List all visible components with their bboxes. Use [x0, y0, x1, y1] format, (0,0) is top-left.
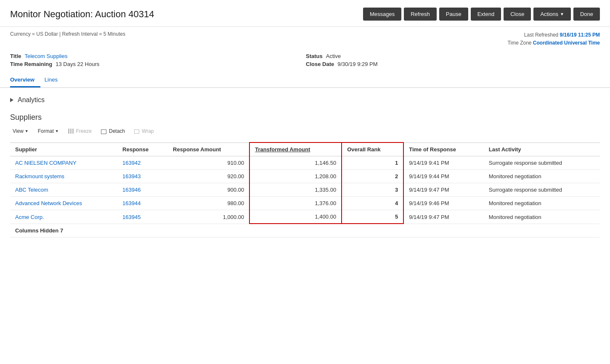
cell-transformed-amount: 1,146.50 — [249, 156, 342, 170]
response-link[interactable]: 163942 — [122, 160, 141, 166]
format-dropdown-icon: ▼ — [55, 129, 59, 133]
content: Analytics Suppliers View ▼ Format ▼ — [0, 88, 610, 244]
cell-time-of-response: 9/14/19 9:47 PM — [403, 183, 484, 197]
title-label: Title — [10, 53, 21, 59]
cell-supplier: Advanced Network Devices — [10, 197, 117, 210]
col-header-transformed-amount: Transformed Amount — [249, 142, 342, 156]
detach-button[interactable]: Detach — [98, 127, 127, 135]
format-button[interactable]: Format ▼ — [35, 127, 61, 135]
cell-time-of-response: 9/14/19 9:44 PM — [403, 170, 484, 183]
last-refreshed-label: Last Refreshed — [524, 32, 558, 38]
analytics-header[interactable]: Analytics — [10, 95, 600, 106]
cell-transformed-amount: 1,376.00 — [249, 197, 342, 210]
messages-button[interactable]: Messages — [363, 8, 401, 21]
pause-button[interactable]: Pause — [439, 8, 468, 21]
cell-supplier: Rackmount systems — [10, 170, 117, 183]
col-header-time-of-response: Time of Response — [403, 142, 484, 156]
wrap-icon — [134, 129, 139, 134]
timezone-row: Time Zone Coordinated Universal Time — [508, 39, 600, 47]
details-right: Status Active Close Date 9/30/19 9:29 PM — [306, 53, 600, 69]
tab-lines[interactable]: Lines — [45, 73, 64, 87]
response-link[interactable]: 163943 — [122, 173, 141, 179]
col-header-last-activity: Last Activity — [484, 142, 600, 156]
view-dropdown-icon: ▼ — [25, 129, 29, 133]
cell-response: 163943 — [117, 170, 168, 183]
supplier-link[interactable]: Rackmount systems — [15, 173, 64, 179]
details-section: Title Telecom Supplies Time Remaining 13… — [0, 50, 610, 73]
cell-time-of-response: 9/14/19 9:41 PM — [403, 156, 484, 170]
supplier-link[interactable]: ABC Telecom — [15, 187, 48, 193]
response-link[interactable]: 163944 — [122, 200, 141, 206]
col-header-response-amount: Response Amount — [168, 142, 249, 156]
cell-supplier: Acme Corp. — [10, 210, 117, 224]
actions-dropdown-arrow: ▼ — [560, 12, 564, 16]
table-row: AC NIELSEN COMPANY 163942 910.00 1,146.5… — [10, 156, 600, 170]
extend-button[interactable]: Extend — [471, 8, 501, 21]
table-toolbar: View ▼ Format ▼ Freeze D — [10, 127, 600, 139]
close-date-row: Close Date 9/30/19 9:29 PM — [306, 61, 600, 67]
details-left: Title Telecom Supplies Time Remaining 13… — [10, 53, 304, 69]
cell-response-amount: 900.00 — [168, 183, 249, 197]
col-header-overall-rank: Overall Rank — [342, 142, 403, 156]
wrap-button[interactable]: Wrap — [132, 127, 156, 135]
suppliers-table: Supplier Response Response Amount Transf… — [10, 142, 600, 237]
detach-icon — [101, 129, 106, 134]
status-value: Active — [326, 53, 341, 59]
cell-overall-rank: 5 — [342, 210, 403, 224]
cell-overall-rank: 4 — [342, 197, 403, 210]
cell-transformed-amount: 1,400.00 — [249, 210, 342, 224]
cell-last-activity: Monitored negotiation — [484, 197, 600, 210]
status-row: Status Active — [306, 53, 600, 59]
title-value[interactable]: Telecom Supplies — [25, 53, 68, 59]
cell-response-amount: 910.00 — [168, 156, 249, 170]
tabs: Overview Lines — [0, 73, 610, 88]
cell-response-amount: 920.00 — [168, 170, 249, 183]
cell-supplier: ABC Telecom — [10, 183, 117, 197]
columns-hidden: Columns Hidden 7 — [10, 224, 600, 237]
analytics-title: Analytics — [18, 96, 45, 104]
refresh-button[interactable]: Refresh — [404, 8, 437, 21]
cell-transformed-amount: 1,208.00 — [249, 170, 342, 183]
close-date-label: Close Date — [306, 61, 334, 67]
suppliers-section: Suppliers View ▼ Format ▼ Fre — [10, 113, 600, 237]
timezone-value: Coordinated Universal Time — [533, 40, 600, 46]
analytics-section: Analytics — [10, 95, 600, 106]
last-refreshed-row: Last Refreshed 9/16/19 11:25 PM — [508, 31, 600, 39]
response-link[interactable]: 163946 — [122, 187, 141, 193]
close-button[interactable]: Close — [504, 8, 531, 21]
cell-response-amount: 980.00 — [168, 197, 249, 210]
status-label: Status — [306, 53, 323, 59]
response-link[interactable]: 163945 — [122, 214, 141, 220]
cell-supplier: AC NIELSEN COMPANY — [10, 156, 117, 170]
tab-overview[interactable]: Overview — [10, 73, 40, 87]
cell-time-of-response: 9/14/19 9:47 PM — [403, 210, 484, 224]
cell-response-amount: 1,000.00 — [168, 210, 249, 224]
title-row: Title Telecom Supplies — [10, 53, 304, 59]
cell-overall-rank: 3 — [342, 183, 403, 197]
time-remaining-label: Time Remaining — [10, 61, 52, 67]
cell-last-activity: Monitored negotiation — [484, 170, 600, 183]
page-title: Monitor Negotiation: Auction 40314 — [10, 9, 154, 20]
info-left: Currency = US Dollar | Refresh Interval … — [10, 31, 125, 37]
view-button[interactable]: View ▼ — [10, 127, 31, 135]
cell-overall-rank: 1 — [342, 156, 403, 170]
table-row: Rackmount systems 163943 920.00 1,208.00… — [10, 170, 600, 183]
header: Monitor Negotiation: Auction 40314 Messa… — [0, 0, 610, 27]
cell-time-of-response: 9/14/19 9:46 PM — [403, 197, 484, 210]
cell-response: 163942 — [117, 156, 168, 170]
actions-button[interactable]: Actions ▼ — [533, 8, 571, 21]
supplier-link[interactable]: Acme Corp. — [15, 214, 44, 220]
supplier-link[interactable]: Advanced Network Devices — [15, 200, 82, 206]
timezone-label: Time Zone — [508, 40, 532, 46]
done-button[interactable]: Done — [573, 8, 600, 21]
freeze-button[interactable]: Freeze — [66, 127, 94, 135]
table-row: Acme Corp. 163945 1,000.00 1,400.00 5 9/… — [10, 210, 600, 224]
cell-last-activity: Monitored negotiation — [484, 210, 600, 224]
col-header-response: Response — [117, 142, 168, 156]
cell-response: 163944 — [117, 197, 168, 210]
supplier-link[interactable]: AC NIELSEN COMPANY — [15, 160, 77, 166]
info-right: Last Refreshed 9/16/19 11:25 PM Time Zon… — [508, 31, 600, 47]
table-row: ABC Telecom 163946 900.00 1,335.00 3 9/1… — [10, 183, 600, 197]
analytics-chevron-icon — [10, 98, 13, 102]
time-remaining-value: 13 Days 22 Hours — [56, 61, 99, 67]
